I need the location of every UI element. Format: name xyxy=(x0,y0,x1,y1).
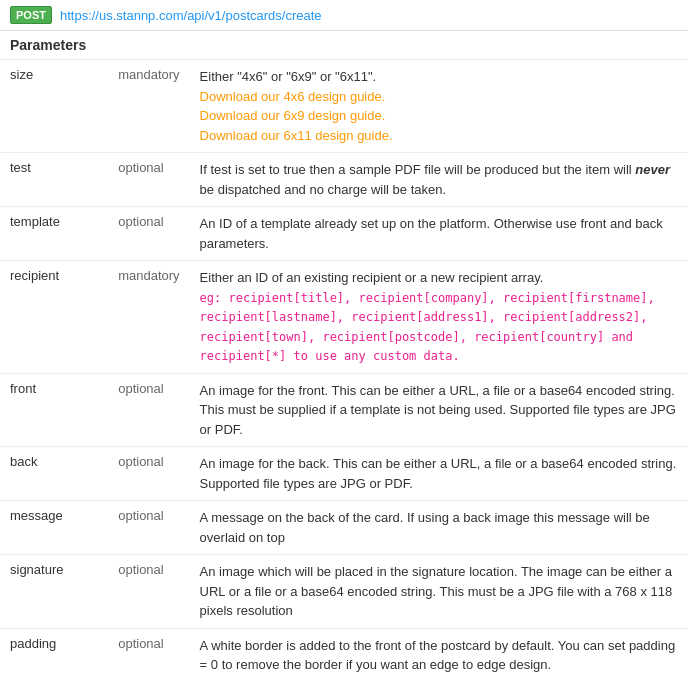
api-url: https://us.stannp.com/api/v1/postcards/c… xyxy=(60,8,322,23)
table-row: templateoptionalAn ID of a template alre… xyxy=(0,207,688,261)
design-guide-link-6x11[interactable]: Download our 6x11 design guide. xyxy=(200,128,393,143)
section-title: Parameters xyxy=(0,31,688,60)
design-guide-link-4x6[interactable]: Download our 4x6 design guide. xyxy=(200,89,386,104)
table-row: backoptionalAn image for the back. This … xyxy=(0,447,688,501)
table-row: sizemandatoryEither "4x6" or "6x9" or "6… xyxy=(0,60,688,153)
table-row: recipientmandatoryEither an ID of an exi… xyxy=(0,261,688,374)
param-desc: An image which will be placed in the sig… xyxy=(190,555,688,629)
param-desc: Either an ID of an existing recipient or… xyxy=(190,261,688,374)
param-type: mandatory xyxy=(108,261,189,374)
recipient-code: eg: recipient[title], recipient[company]… xyxy=(200,291,655,364)
param-name: test xyxy=(0,153,108,207)
param-name: signature xyxy=(0,555,108,629)
param-name: template xyxy=(0,207,108,261)
param-desc: A message on the back of the card. If us… xyxy=(190,501,688,555)
param-name: size xyxy=(0,60,108,153)
param-type: optional xyxy=(108,628,189,678)
table-row: testoptionalIf test is set to true then … xyxy=(0,153,688,207)
table-row: paddingoptionalA white border is added t… xyxy=(0,628,688,678)
param-type: optional xyxy=(108,207,189,261)
param-type: optional xyxy=(108,501,189,555)
param-name: message xyxy=(0,501,108,555)
param-type: optional xyxy=(108,555,189,629)
design-guide-link-6x9[interactable]: Download our 6x9 design guide. xyxy=(200,108,386,123)
param-desc: An ID of a template already set up on th… xyxy=(190,207,688,261)
table-row: frontoptionalAn image for the front. Thi… xyxy=(0,373,688,447)
param-type: optional xyxy=(108,447,189,501)
param-type: optional xyxy=(108,373,189,447)
param-desc: A white border is added to the front of … xyxy=(190,628,688,678)
param-type: optional xyxy=(108,153,189,207)
method-badge: POST xyxy=(10,6,52,24)
api-header: POST https://us.stannp.com/api/v1/postca… xyxy=(0,0,688,31)
param-name: recipient xyxy=(0,261,108,374)
table-row: signatureoptionalAn image which will be … xyxy=(0,555,688,629)
param-name: back xyxy=(0,447,108,501)
param-desc: An image for the back. This can be eithe… xyxy=(190,447,688,501)
param-name: padding xyxy=(0,628,108,678)
table-row: messageoptionalA message on the back of … xyxy=(0,501,688,555)
param-name: front xyxy=(0,373,108,447)
param-desc: Either "4x6" or "6x9" or "6x11". Downloa… xyxy=(190,60,688,153)
param-type: mandatory xyxy=(108,60,189,153)
param-desc: If test is set to true then a sample PDF… xyxy=(190,153,688,207)
params-table: sizemandatoryEither "4x6" or "6x9" or "6… xyxy=(0,60,688,678)
param-desc: An image for the front. This can be eith… xyxy=(190,373,688,447)
